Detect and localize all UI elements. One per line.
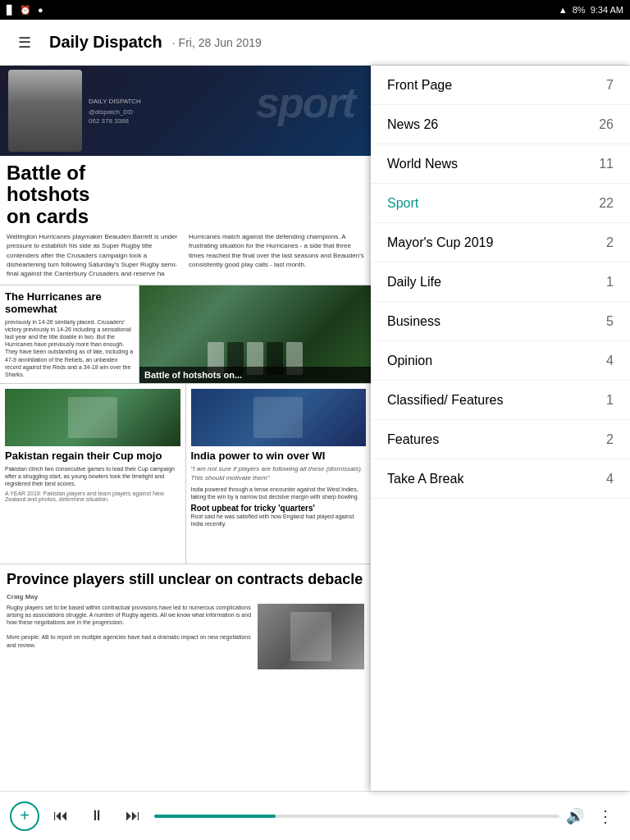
menu-item-count-7: 4 — [606, 354, 614, 368]
pause-icon: ⏸ — [89, 807, 104, 824]
playback-bar: + ⏮ ⏸ ⏭ 🔊 ⋮ — [0, 791, 630, 840]
next-button[interactable]: ⏭ — [118, 801, 148, 831]
main-article-headline: Battle ofhotshotson cards — [7, 162, 364, 227]
app-date: · Fri, 28 Jun 2019 — [172, 36, 262, 49]
menu-icon: ☰ — [18, 34, 31, 52]
menu-item-business[interactable]: Business5 — [371, 302, 630, 341]
newspaper-content: DAILY DISPATCH @dispatch_DD 062 378 3388… — [0, 66, 371, 791]
menu-item-classified/-features[interactable]: Classified/ Features1 — [371, 381, 630, 420]
menu-item-count-0: 7 — [606, 78, 614, 93]
bottom-image — [258, 604, 364, 669]
main-area: DAILY DISPATCH @dispatch_DD 062 378 3388… — [0, 66, 630, 791]
dropdown-menu: Front Page7News 2626World News11Sport22M… — [371, 66, 630, 791]
status-bar-right: ▲ 8% 9:34 AM — [559, 5, 623, 15]
bottom-content: Rugby players set to be based within con… — [7, 604, 364, 669]
more-button[interactable]: ⋮ — [591, 801, 620, 831]
progress-bar-container[interactable] — [154, 815, 559, 818]
prev-icon: ⏮ — [53, 807, 68, 824]
add-button[interactable]: + — [10, 801, 39, 831]
menu-item-label-2: World News — [387, 157, 458, 171]
volume-icon: 🔊 — [566, 808, 584, 824]
menu-item-count-1: 26 — [599, 117, 614, 132]
menu-item-news-26[interactable]: News 2626 — [371, 105, 630, 144]
bottom-headline: Province players still unclear on contra… — [7, 571, 364, 588]
menu-item-features[interactable]: Features2 — [371, 420, 630, 459]
main-article: Battle ofhotshotson cards Wellington Hur… — [0, 156, 371, 285]
menu-item-opinion[interactable]: Opinion4 — [371, 341, 630, 381]
menu-item-count-8: 1 — [606, 393, 614, 408]
pakistan-caption: A YEAR 2019: Pakistan players and team p… — [5, 491, 180, 502]
menu-item-mayor's-cup-2019[interactable]: Mayor's Cup 20192 — [371, 223, 630, 262]
status-bar-left: ▊ ⏰ ● — [7, 5, 43, 16]
next-icon: ⏭ — [126, 807, 140, 824]
menu-item-count-6: 5 — [606, 314, 614, 329]
menu-item-count-10: 4 — [606, 472, 614, 486]
pakistan-image — [5, 389, 180, 446]
menu-item-label-7: Opinion — [387, 354, 432, 368]
pause-button[interactable]: ⏸ — [82, 801, 112, 831]
menu-button[interactable]: ☰ — [10, 28, 39, 57]
notification-icon: ● — [38, 5, 43, 15]
menu-item-count-2: 11 — [599, 157, 614, 171]
root-headline: Root upbeat for tricky 'quarters' — [191, 504, 367, 513]
root-body: Root said he was satisfied with how Engl… — [191, 513, 367, 527]
menu-item-label-3: Sport — [387, 196, 418, 211]
menu-item-label-8: Classified/ Features — [387, 393, 503, 408]
lower-articles: Pakistan regain their Cup mojo Pakistan … — [0, 384, 371, 564]
menu-item-label-1: News 26 — [387, 117, 438, 132]
add-icon: + — [20, 806, 30, 825]
menu-item-count-9: 2 — [606, 432, 614, 447]
india-quote: "I am not sure if players are following … — [191, 465, 367, 482]
india-body: India powered through a tense encounter … — [191, 486, 367, 500]
player-image — [8, 70, 82, 152]
prev-button[interactable]: ⏮ — [46, 801, 75, 831]
menu-item-label-10: Take A Break — [387, 472, 463, 486]
pakistan-headline: Pakistan regain their Cup mojo — [5, 450, 180, 462]
image-article-row: The Hurricanes are somewhat previously i… — [0, 285, 371, 384]
india-image — [191, 389, 367, 446]
signal-icon: ▊ — [7, 5, 13, 16]
wifi-icon: ▲ — [559, 5, 568, 15]
menu-item-label-6: Business — [387, 314, 441, 329]
player-silhouette — [8, 70, 82, 152]
more-icon: ⋮ — [597, 806, 614, 826]
lower-article-pakistan: Pakistan regain their Cup mojo Pakistan … — [0, 384, 186, 564]
article-left-col: The Hurricanes are somewhat previously i… — [0, 285, 139, 383]
rugby-players — [148, 294, 363, 375]
menu-item-count-5: 1 — [606, 275, 614, 290]
bottom-text: Rugby players set to be based within con… — [7, 604, 253, 669]
menu-item-take-a-break[interactable]: Take A Break4 — [371, 459, 630, 499]
menu-item-daily-life[interactable]: Daily Life1 — [371, 262, 630, 302]
menu-item-label-0: Front Page — [387, 78, 452, 93]
menu-item-front-page[interactable]: Front Page7 — [371, 66, 630, 105]
app-title: Daily Dispatch — [49, 33, 162, 52]
app-bar: ☰ Daily Dispatch · Fri, 28 Jun 2019 — [0, 20, 630, 66]
volume-button[interactable]: 🔊 — [566, 807, 584, 825]
lower-article-india: India power to win over WI "I am not sur… — [186, 384, 372, 564]
rugby-image: Battle of hotshots on... — [139, 285, 371, 383]
status-bar: ▊ ⏰ ● ▲ 8% 9:34 AM — [0, 0, 630, 20]
menu-item-count-3: 22 — [599, 196, 614, 211]
battery-label: 8% — [573, 5, 586, 15]
article-right-col: Battle of hotshots on... — [139, 285, 371, 383]
menu-item-label-4: Mayor's Cup 2019 — [387, 235, 493, 250]
time-label: 9:34 AM — [591, 5, 623, 15]
sport-header: DAILY DISPATCH @dispatch_DD 062 378 3388… — [0, 66, 371, 156]
menu-item-label-5: Daily Life — [387, 275, 441, 290]
sport-title-overlay: sport — [256, 78, 354, 127]
alarm-icon: ⏰ — [20, 5, 31, 16]
menu-item-label-9: Features — [387, 432, 439, 447]
bottom-byline: Craig May — [7, 593, 364, 600]
pakistan-body: Pakistan clinch two consecutive games to… — [5, 465, 180, 487]
menu-item-sport[interactable]: Sport22 — [371, 184, 630, 223]
menu-item-count-4: 2 — [606, 235, 614, 250]
rugby-image-overlay: Battle of hotshots on... — [139, 367, 371, 383]
bottom-article: Province players still unclear on contra… — [0, 564, 371, 676]
small-article-headline: The Hurricanes are somewhat — [5, 290, 134, 315]
progress-bar-fill — [154, 815, 276, 818]
menu-item-world-news[interactable]: World News11 — [371, 144, 630, 184]
india-headline: India power to win over WI — [191, 450, 367, 462]
small-article-text: previously in 14-26 similarly placed. Cr… — [5, 318, 134, 378]
main-article-body: Wellington Hurricanes playmaker Beauden … — [7, 232, 364, 278]
menu-items-container: Front Page7News 2626World News11Sport22M… — [371, 66, 630, 499]
